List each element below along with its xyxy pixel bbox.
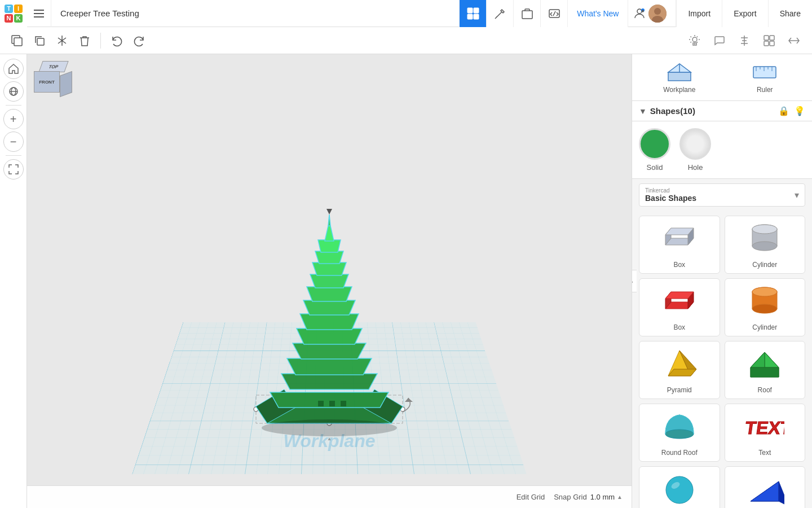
user-avatar[interactable] [648,5,667,23]
flip-tool-button[interactable] [783,29,805,52]
logo-t: T [5,5,13,13]
shape-box-gray-thumb [657,221,702,257]
snap-value-selector[interactable]: 1.0 mm ▲ [590,493,623,501]
svg-point-74 [752,225,777,234]
svg-marker-89 [765,352,779,367]
action-buttons: Import Export Share [676,0,812,27]
cube-front-face[interactable]: FRONT [34,71,60,93]
svg-point-9 [637,9,642,14]
shape-cylinder-gray-thumb [742,221,787,257]
user-area[interactable]: + [628,0,671,27]
toolbar-separator-1 [100,33,101,49]
collapse-panel-button[interactable]: ❯ [632,270,637,292]
light-tool-button[interactable] [683,29,706,52]
edit-grid-label[interactable]: Edit Grid [517,493,545,501]
shape-wedge-blue[interactable]: Wedge [725,466,806,508]
cube-side-face[interactable] [60,71,72,97]
shapes-collapse-arrow[interactable]: ▼ [639,107,647,116]
home-button[interactable] [3,59,24,79]
zoom-out-button[interactable]: − [3,132,24,152]
shapes-lock-icon[interactable]: 🔒 [778,106,789,116]
svg-marker-43 [310,274,348,288]
tree-model[interactable] [239,147,420,440]
solid-option[interactable]: Solid [639,128,670,172]
shape-round-roof-teal[interactable]: Round Roof [639,404,720,462]
build-tool-button[interactable] [486,0,513,27]
hole-label: Hole [688,163,703,172]
svg-rect-50 [329,401,335,406]
shape-pyramid-yellow[interactable]: Pyramid [639,341,720,399]
shape-sphere-teal[interactable]: Sphere [639,466,720,508]
hole-circle [679,128,711,160]
fit-view-button[interactable] [3,159,24,179]
grid-view-button[interactable] [459,0,486,27]
svg-marker-40 [300,314,359,330]
workplane-tool[interactable]: Workplane [637,59,722,96]
svg-marker-44 [312,262,346,275]
redo-button[interactable] [129,30,149,51]
svg-marker-55 [405,398,413,402]
mirror-button[interactable] [52,30,72,51]
library-dropdown-arrow: ▾ [795,190,799,200]
library-header: Tinkercad Basic Shapes ▾ [632,179,812,211]
view-cube[interactable]: TOP FRONT [34,61,79,106]
undo-button[interactable] [107,30,127,51]
workplane-icon [665,61,694,84]
code-blocks-button[interactable] [540,0,567,27]
shape-text-red-thumb: TEXT TEXT [742,409,787,445]
delete-button[interactable] [74,30,95,51]
shape-text-red[interactable]: TEXT TEXT Text [725,404,806,462]
orbit-button[interactable] [3,81,24,102]
project-title[interactable]: Creeper Tree Testing [51,8,459,18]
menu-button[interactable] [27,0,51,27]
ruler-tool[interactable]: Ruler [722,59,808,96]
shape-cylinder-orange[interactable]: Cylinder [725,278,806,336]
top-right-tools [459,0,567,27]
svg-rect-56 [668,72,691,81]
shape-box-gray[interactable]: Box [639,216,720,274]
svg-marker-47 [325,226,334,241]
solid-circle [639,128,670,160]
logo[interactable]: T I N K [0,0,27,27]
shape-cylinder-gray[interactable]: Cylinder [725,216,806,274]
logo-i: I [14,5,23,13]
svg-marker-46 [318,240,341,252]
export-button[interactable]: Export [722,0,767,27]
cube-top-face[interactable]: TOP [38,61,68,72]
speech-bubble-button[interactable] [708,29,731,52]
copy-to-workplane-button[interactable] [7,30,27,51]
svg-marker-48 [328,214,330,226]
library-category-selector[interactable]: Tinkercad Basic Shapes ▾ [639,183,805,207]
shape-box-red[interactable]: Box [639,278,720,336]
zoom-in-button[interactable]: + [3,109,24,129]
shape-roof-green[interactable]: Roof [725,341,806,399]
view-cube-box[interactable]: TOP FRONT [34,61,73,100]
workplane-label-text: Workplane [663,86,695,94]
bottom-bar: Edit Grid Snap Grid 1.0 mm ▲ [27,485,632,508]
duplicate-button[interactable] [29,30,50,51]
shape-cylinder-gray-label: Cylinder [752,261,777,269]
svg-rect-5 [467,14,473,19]
shape-text-label: Text [758,449,771,457]
shape-box-gray-label: Box [673,261,685,269]
svg-marker-91 [751,367,779,377]
shapes-title-area: ▼ Shapes(10) [639,106,695,116]
shapes-light-icon[interactable]: 💡 [794,106,805,116]
viewport[interactable]: TOP FRONT [27,54,632,508]
svg-point-73 [752,242,777,251]
workplane-ruler-panel: Workplane Ruler [632,54,812,101]
align-tool-button[interactable] [733,29,756,52]
shapes-header: ▼ Shapes(10) 🔒 💡 [632,101,812,121]
hole-option[interactable]: Hole [679,128,711,172]
import-button[interactable]: Import [676,0,722,27]
svg-rect-21 [764,41,769,46]
svg-point-95 [666,476,693,503]
share-button[interactable]: Share [768,0,812,27]
whats-new-button[interactable]: What's New [567,0,628,27]
shape-box-red-thumb [657,283,702,320]
projects-button[interactable] [513,0,540,27]
snap-grid-label: Snap Grid [554,493,587,501]
group-tool-button[interactable] [758,29,780,52]
main-area: + − TOP FRONT [0,54,812,508]
ruler-label-text: Ruler [757,86,773,94]
